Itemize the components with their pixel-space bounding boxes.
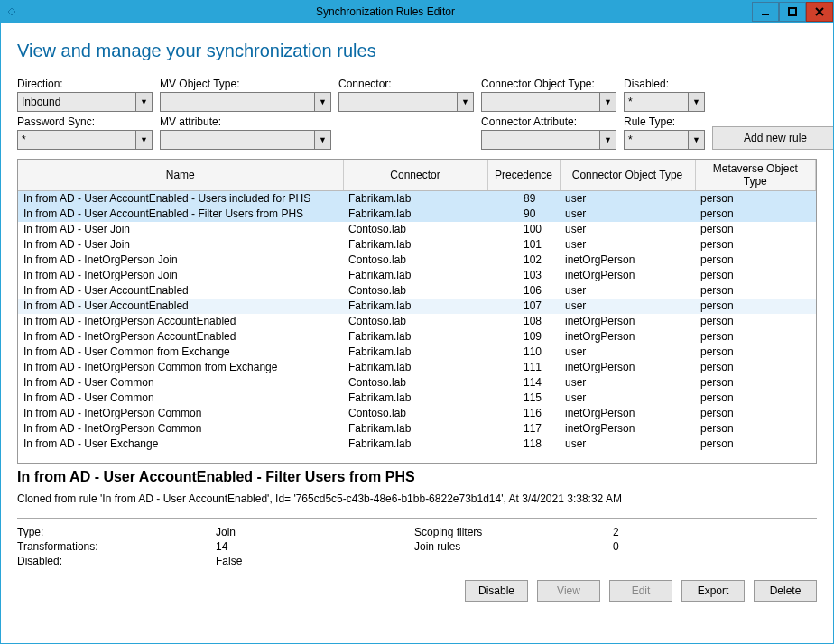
connector-attribute-label: Connector Attribute:	[481, 115, 616, 128]
cell-mot: person	[695, 268, 816, 283]
connector-object-type-label: Connector Object Type:	[481, 78, 616, 90]
maximize-button[interactable]	[779, 2, 806, 22]
cell-connector: Fabrikam.lab	[343, 329, 487, 345]
cell-precedence: 108	[487, 314, 560, 329]
table-row[interactable]: In from AD - User JoinFabrikam.lab101use…	[18, 237, 816, 253]
table-row[interactable]: In from AD - InetOrgPerson CommonFabrika…	[18, 421, 816, 437]
cell-cot: inetOrgPerson	[560, 253, 695, 268]
table-row[interactable]: In from AD - InetOrgPerson CommonContoso…	[18, 406, 816, 421]
cell-connector: Fabrikam.lab	[343, 268, 487, 283]
mv-attribute-dropdown[interactable]: ▼	[160, 130, 331, 150]
connector-dropdown[interactable]: ▼	[338, 92, 474, 112]
cell-mot: person	[695, 437, 816, 452]
table-row[interactable]: In from AD - InetOrgPerson AccountEnable…	[18, 314, 816, 329]
detail-panel: Type: Join Scoping filters 2 Transformat…	[17, 526, 817, 567]
password-sync-value: *	[18, 131, 135, 149]
edit-button[interactable]: Edit	[609, 580, 672, 602]
cell-connector: Fabrikam.lab	[343, 437, 487, 452]
detail-separator	[17, 518, 817, 519]
connector-attribute-dropdown[interactable]: ▼	[481, 130, 616, 150]
detail-join-label: Join rules	[414, 540, 613, 553]
cell-mot: person	[695, 360, 816, 375]
table-row[interactable]: In from AD - User AccountEnabledFabrikam…	[18, 299, 816, 314]
table-row[interactable]: In from AD - User CommonFabrikam.lab115u…	[18, 391, 816, 406]
cell-cot: inetOrgPerson	[560, 268, 695, 283]
add-new-rule-button[interactable]: Add new rule	[712, 126, 833, 150]
table-row[interactable]: In from AD - User AccountEnabledContoso.…	[18, 283, 816, 299]
mv-attribute-label: MV attribute:	[160, 115, 331, 128]
cell-precedence: 90	[487, 207, 560, 222]
detail-join-value: 0	[613, 540, 775, 553]
cell-name: In from AD - User Join	[18, 222, 343, 237]
cell-cot: inetOrgPerson	[560, 314, 695, 329]
col-precedence[interactable]: Precedence	[487, 160, 560, 191]
chevron-down-icon: ▼	[457, 93, 473, 111]
view-button[interactable]: View	[537, 580, 600, 602]
table-row[interactable]: In from AD - User Common from ExchangeFa…	[18, 345, 816, 360]
detail-scoping-label: Scoping filters	[414, 526, 613, 538]
cell-cot: user	[560, 345, 695, 360]
password-sync-dropdown[interactable]: * ▼	[17, 130, 153, 150]
table-row[interactable]: In from AD - InetOrgPerson JoinContoso.l…	[18, 253, 816, 268]
cell-cot: user	[560, 299, 695, 314]
col-connector[interactable]: Connector	[343, 160, 487, 191]
filters-panel: Direction: Inbound ▼ MV Object Type: ▼ C…	[17, 78, 817, 150]
delete-button[interactable]: Delete	[754, 580, 817, 602]
minimize-button[interactable]	[752, 2, 779, 22]
cell-connector: Fabrikam.lab	[343, 207, 487, 222]
col-connector-object-type[interactable]: Connector Object Type	[560, 160, 695, 191]
table-row[interactable]: In from AD - InetOrgPerson Common from E…	[18, 360, 816, 375]
cell-cot: user	[560, 222, 695, 237]
chevron-down-icon: ▼	[688, 131, 704, 149]
cell-cot: user	[560, 375, 695, 391]
cell-precedence: 111	[487, 360, 560, 375]
close-button[interactable]	[806, 2, 833, 22]
cell-mot: person	[695, 345, 816, 360]
table-row[interactable]: In from AD - InetOrgPerson AccountEnable…	[18, 329, 816, 345]
rule-type-dropdown[interactable]: * ▼	[624, 130, 705, 150]
cell-connector: Fabrikam.lab	[343, 391, 487, 406]
detail-scoping-value: 2	[613, 526, 775, 538]
cell-mot: person	[695, 222, 816, 237]
titlebar: Synchronization Rules Editor	[1, 1, 833, 23]
detail-type-label: Type:	[17, 526, 216, 538]
direction-dropdown[interactable]: Inbound ▼	[17, 92, 153, 112]
table-row[interactable]: In from AD - User AccountEnabled - Users…	[18, 191, 816, 207]
export-button[interactable]: Export	[681, 580, 745, 602]
cell-name: In from AD - User AccountEnabled - Users…	[18, 191, 343, 207]
cell-name: In from AD - InetOrgPerson Common	[18, 406, 343, 421]
disable-button[interactable]: Disable	[465, 580, 528, 602]
connector-object-type-dropdown[interactable]: ▼	[481, 92, 616, 112]
detail-disabled-value: False	[216, 555, 414, 567]
window-buttons	[752, 2, 833, 22]
chevron-down-icon: ▼	[314, 93, 330, 111]
cell-precedence: 107	[487, 299, 560, 314]
disabled-dropdown[interactable]: * ▼	[624, 92, 705, 112]
cell-connector: Contoso.lab	[343, 375, 487, 391]
cell-cot: inetOrgPerson	[560, 360, 695, 375]
rules-grid[interactable]: Name Connector Precedence Connector Obje…	[18, 160, 816, 452]
table-row[interactable]: In from AD - InetOrgPerson JoinFabrikam.…	[18, 268, 816, 283]
direction-value: Inbound	[18, 93, 135, 111]
table-row[interactable]: In from AD - User ExchangeFabrikam.lab11…	[18, 437, 816, 452]
cell-name: In from AD - User AccountEnabled	[18, 283, 343, 299]
cell-cot: user	[560, 437, 695, 452]
cell-connector: Fabrikam.lab	[343, 299, 487, 314]
cell-precedence: 114	[487, 375, 560, 391]
table-row[interactable]: In from AD - User CommonContoso.lab114us…	[18, 375, 816, 391]
cell-name: In from AD - User AccountEnabled - Filte…	[18, 207, 343, 222]
direction-label: Direction:	[17, 78, 153, 90]
window-root: Synchronization Rules Editor View and ma…	[0, 0, 834, 644]
cell-cot: inetOrgPerson	[560, 406, 695, 421]
col-metaverse-object-type[interactable]: Metaverse Object Type	[695, 160, 816, 191]
svg-rect-1	[789, 8, 796, 15]
cell-precedence: 103	[487, 268, 560, 283]
table-row[interactable]: In from AD - User AccountEnabled - Filte…	[18, 207, 816, 222]
table-row[interactable]: In from AD - User JoinContoso.lab100user…	[18, 222, 816, 237]
cell-name: In from AD - User Join	[18, 237, 343, 253]
cell-mot: person	[695, 207, 816, 222]
cell-cot: inetOrgPerson	[560, 421, 695, 437]
cell-mot: person	[695, 406, 816, 421]
mv-object-type-dropdown[interactable]: ▼	[160, 92, 331, 112]
col-name[interactable]: Name	[18, 160, 343, 191]
